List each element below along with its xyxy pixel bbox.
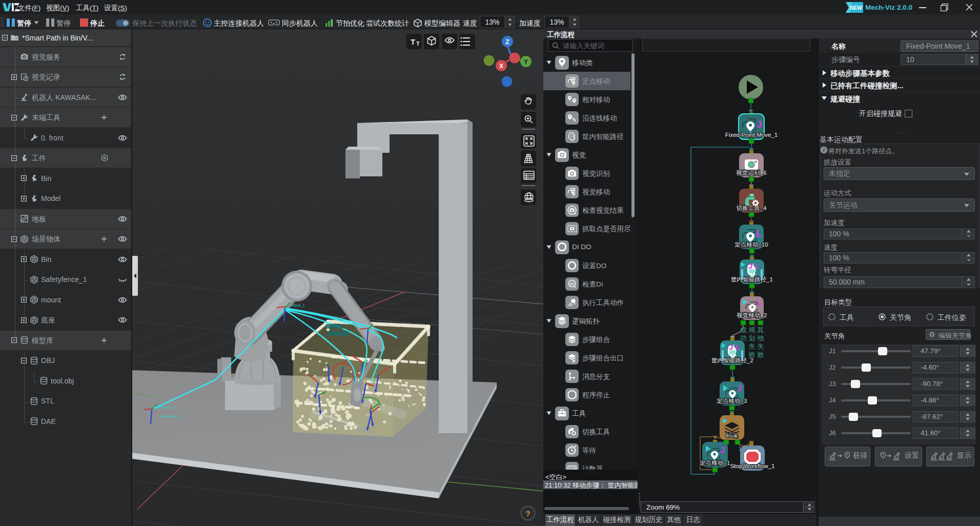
svg-text:X: X — [499, 63, 503, 70]
svg-text:FixedMove_4: FixedMove_4 — [154, 406, 175, 410]
svg-text:败: 败 — [758, 351, 764, 358]
svg-text:J: J — [737, 384, 742, 393]
svg-text:规: 规 — [749, 326, 756, 334]
svg-text:Y: Y — [524, 58, 528, 66]
svg-text:?: ? — [525, 509, 530, 518]
svg-text:/: / — [732, 343, 734, 351]
svg-text:L: L — [736, 342, 740, 351]
svg-text:i: i — [823, 147, 825, 153]
svg-text:T: T — [416, 41, 420, 47]
svg-text:L: L — [757, 298, 762, 307]
svg-text:?: ? — [731, 354, 734, 358]
svg-text:J: J — [757, 119, 762, 130]
svg-text:/: / — [752, 262, 754, 270]
svg-text:视觉识别_6: 视觉识别_6 — [736, 170, 767, 176]
svg-text:?: ? — [751, 273, 753, 277]
svg-text:定点移动_3: 定点移动_3 — [717, 398, 747, 404]
svg-text:其: 其 — [758, 326, 764, 334]
svg-text:定点移动_10: 定点移动_10 — [734, 241, 768, 248]
svg-text:他: 他 — [758, 334, 765, 342]
svg-text:Vision_1: Vision_1 — [291, 304, 305, 308]
svg-text:L: L — [755, 261, 760, 270]
svg-text:Fixed-Point Move_1: Fixed-Point Move_1 — [725, 132, 778, 138]
svg-text:J: J — [720, 446, 725, 455]
svg-text:成: 成 — [740, 326, 747, 334]
svg-text:划: 划 — [749, 334, 756, 342]
svg-text:失: 失 — [758, 342, 764, 350]
svg-text:切换工具_4: 切换工具_4 — [737, 205, 767, 212]
svg-text:NEW: NEW — [850, 5, 863, 11]
svg-text:筐内智能路径_1: 筐内智能路径_1 — [731, 276, 773, 282]
svg-text:失: 失 — [749, 342, 756, 350]
svg-text:Z: Z — [505, 38, 509, 46]
svg-text:T: T — [411, 37, 415, 46]
svg-text:视觉移动_2: 视觉移动_2 — [737, 312, 767, 318]
svg-text:L: L — [756, 228, 762, 239]
svg-text:筐内智能路径_2: 筐内智能路径_2 — [711, 357, 753, 363]
svg-text:SmartPath_1: SmartPath_1 — [160, 415, 181, 419]
